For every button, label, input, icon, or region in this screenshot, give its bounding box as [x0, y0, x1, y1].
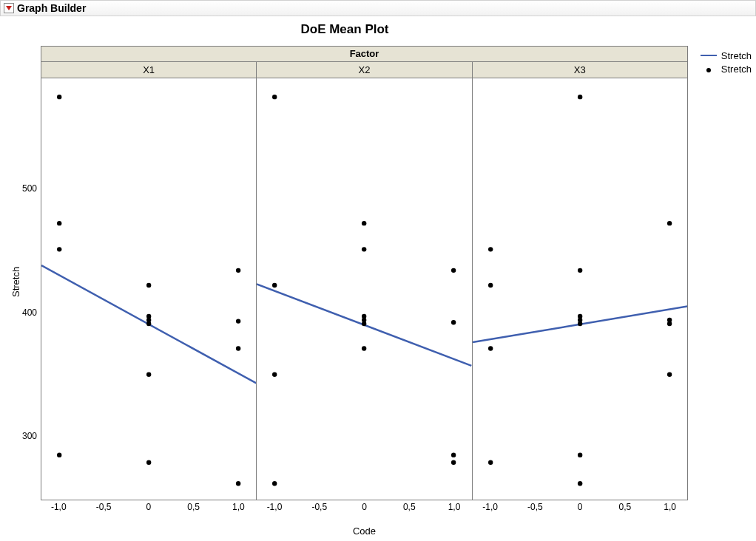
legend-point-label: Stretch: [721, 64, 752, 75]
x-tick-label: 0: [146, 502, 151, 512]
plot-svg: [41, 78, 256, 500]
x-ticks-cell: -1,0-0,500,51,0: [257, 500, 473, 517]
data-point[interactable]: [362, 247, 366, 251]
facet-header: Factor: [41, 46, 688, 62]
data-point[interactable]: [451, 320, 456, 324]
data-point[interactable]: [236, 268, 240, 273]
data-point[interactable]: [272, 372, 277, 376]
data-point[interactable]: [451, 452, 456, 457]
panel-title: Graph Builder: [17, 2, 86, 14]
disclosure-triangle-icon[interactable]: [4, 3, 14, 13]
panel-header: Graph Builder: [0, 0, 756, 16]
x-tick-label: 1,0: [448, 502, 461, 512]
data-point[interactable]: [57, 452, 61, 457]
x-ticks-cell: -1,0-0,500,51,0: [41, 500, 257, 517]
data-point[interactable]: [578, 95, 582, 99]
x-tick-label: 0,5: [187, 502, 200, 512]
x-tick-label: -1,0: [267, 502, 283, 512]
x-tick-label: 0: [362, 502, 367, 512]
data-point[interactable]: [236, 346, 240, 350]
data-point[interactable]: [146, 372, 151, 376]
graph-builder-panel: Graph Builder DoE Mean Plot Stretch Code…: [0, 0, 756, 541]
chart-area[interactable]: DoE Mean Plot Stretch Code Stretch Stret…: [0, 16, 756, 541]
data-point[interactable]: [667, 321, 672, 326]
y-axis-ticks: 300400500: [15, 77, 37, 498]
y-tick-label: 300: [15, 431, 37, 441]
data-point[interactable]: [236, 319, 240, 323]
data-point[interactable]: [362, 321, 366, 326]
x-tick-label: 1,0: [664, 502, 676, 512]
data-point[interactable]: [578, 452, 582, 457]
x-tick-label: -1,0: [482, 502, 498, 512]
data-point[interactable]: [451, 460, 456, 465]
data-point[interactable]: [488, 283, 493, 287]
data-point[interactable]: [488, 247, 493, 251]
data-point[interactable]: [272, 481, 277, 486]
x-tick-label: -0,5: [527, 502, 543, 512]
data-point[interactable]: [272, 95, 277, 99]
data-point[interactable]: [488, 460, 493, 465]
data-point[interactable]: [667, 372, 672, 376]
facet-label: X2: [257, 62, 472, 78]
plot-svg: [257, 78, 471, 500]
plot-facet[interactable]: [41, 78, 256, 500]
legend-line-row: Stretch: [701, 49, 752, 62]
data-point[interactable]: [451, 268, 456, 273]
data-point[interactable]: [57, 221, 61, 225]
x-tick-label: 0: [578, 502, 583, 512]
x-tick-label: 0,5: [619, 502, 632, 512]
plot-facet[interactable]: [256, 78, 471, 500]
x-axis-ticks: -1,0-0,500,51,0-1,0-0,500,51,0-1,0-0,500…: [41, 500, 688, 517]
plots-row: [41, 78, 688, 500]
data-point[interactable]: [362, 346, 366, 350]
data-point[interactable]: [146, 460, 151, 465]
plot-facet[interactable]: [472, 78, 687, 500]
data-point[interactable]: [272, 283, 277, 287]
data-point[interactable]: [236, 481, 240, 486]
legend-line-swatch: [701, 55, 717, 56]
y-tick-label: 400: [15, 307, 37, 318]
data-point[interactable]: [578, 481, 582, 486]
legend: Stretch Stretch: [701, 49, 752, 75]
x-tick-label: 1,0: [232, 502, 245, 512]
facet-label-row: X1X2X3: [41, 62, 688, 78]
facet-label: X3: [473, 62, 688, 78]
x-axis-label: Code: [41, 525, 688, 537]
data-point[interactable]: [57, 247, 61, 251]
legend-point-swatch: [701, 64, 717, 75]
data-point[interactable]: [578, 321, 582, 326]
facet-label: X1: [41, 62, 257, 78]
data-point[interactable]: [362, 221, 366, 225]
legend-line-label: Stretch: [721, 50, 752, 61]
data-point[interactable]: [578, 268, 582, 273]
plot-svg: [473, 78, 687, 500]
x-tick-label: -1,0: [51, 502, 67, 512]
data-point[interactable]: [667, 221, 672, 225]
x-tick-label: -0,5: [311, 502, 327, 512]
chart-title: DoE Mean Plot: [0, 22, 689, 37]
plot-region: Factor X1X2X3 300400500 -1,0-0,500,51,0-…: [41, 46, 688, 519]
x-tick-label: 0,5: [403, 502, 416, 512]
y-tick-label: 500: [15, 183, 37, 194]
data-point[interactable]: [488, 346, 493, 350]
data-point[interactable]: [146, 321, 151, 326]
x-tick-label: -0,5: [96, 502, 112, 512]
data-point[interactable]: [57, 95, 61, 99]
data-point[interactable]: [146, 283, 151, 287]
legend-point-row: Stretch: [701, 62, 752, 75]
x-ticks-cell: -1,0-0,500,51,0: [472, 500, 688, 517]
